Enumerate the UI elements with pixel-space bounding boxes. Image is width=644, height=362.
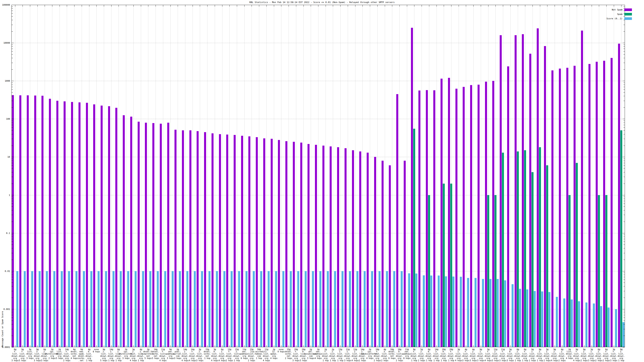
y-minor-tick [12, 168, 13, 169]
score-bar [68, 271, 70, 347]
gridline-vertical [244, 5, 244, 347]
score-bar [526, 289, 528, 347]
x-tick [473, 5, 474, 7]
score-bar [282, 271, 284, 347]
y-minor-tick [12, 237, 13, 237]
not-spam-bar [34, 95, 36, 347]
y-minor-tick [624, 58, 625, 58]
y-minor-tick [12, 277, 13, 277]
x-tick [222, 5, 222, 7]
y-minor-tick [624, 25, 625, 25]
not-spam-bar [190, 130, 192, 347]
gridline-vertical [170, 5, 171, 347]
y-tick-label: 10 [0, 156, 10, 158]
not-spam-bar [167, 123, 169, 347]
x-tick [340, 345, 340, 347]
gridline-vertical [200, 5, 200, 347]
score-bar [600, 306, 602, 347]
score-bar [231, 271, 233, 347]
x-tick [111, 5, 112, 7]
y-minor-tick [624, 69, 625, 70]
x-tick [400, 345, 400, 347]
score-bar [593, 304, 595, 347]
x-tick [259, 5, 259, 7]
x-tick [525, 5, 525, 7]
y-minor-tick [624, 283, 625, 283]
x-tick [22, 345, 23, 347]
x-tick [318, 345, 318, 347]
gridline-vertical [348, 5, 348, 347]
y-minor-tick [624, 235, 625, 235]
spam-bar [502, 153, 504, 347]
x-tick [326, 5, 326, 7]
x-tick [355, 345, 356, 347]
y-minor-tick [624, 101, 625, 101]
not-spam-bar [552, 70, 554, 347]
x-tick [333, 345, 333, 347]
y-minor-tick [624, 165, 625, 166]
x-tick [577, 345, 577, 347]
y-major-tick [623, 233, 625, 233]
x-tick [38, 345, 38, 347]
not-spam-bar [27, 95, 29, 347]
y-tick-label: 1000 [0, 80, 10, 82]
y-minor-tick [624, 168, 625, 169]
not-spam-bar [271, 139, 273, 347]
x-tick [488, 5, 488, 7]
y-minor-tick [624, 96, 625, 96]
x-tick [503, 5, 503, 7]
x-tick [288, 5, 289, 7]
x-tick [362, 5, 363, 7]
spam-bar [494, 195, 496, 347]
x-tick [148, 5, 148, 7]
not-spam-bar [618, 44, 620, 347]
y-minor-tick [624, 222, 625, 222]
x-tick [215, 5, 215, 7]
gridline-vertical [304, 5, 304, 347]
y-minor-tick [12, 235, 13, 235]
not-spam-bar [322, 146, 324, 347]
gridline-vertical [22, 5, 23, 347]
score-bar [142, 271, 144, 347]
y-minor-tick [624, 206, 625, 207]
score-bar [305, 271, 307, 347]
score-bar [297, 271, 299, 347]
gridline-vertical [52, 5, 52, 347]
x-tick [15, 345, 15, 347]
score-bar [268, 271, 270, 347]
gridline-vertical [407, 5, 407, 347]
x-tick [244, 345, 244, 347]
x-tick [385, 345, 385, 347]
score-bar [120, 271, 122, 347]
gridline-vertical [436, 5, 437, 347]
x-tick [496, 345, 496, 347]
not-spam-bar [396, 94, 398, 347]
y-major-tick [12, 233, 14, 233]
y-major-tick [623, 119, 625, 119]
gridline-vertical [104, 5, 104, 347]
not-spam-bar [374, 157, 376, 347]
x-tick [148, 345, 148, 347]
y-minor-tick [624, 125, 625, 125]
score-bar [53, 271, 55, 347]
y-minor-tick [624, 237, 625, 237]
score-bar [445, 276, 447, 347]
x-tick [60, 345, 60, 347]
y-minor-tick [12, 172, 13, 172]
x-tick [362, 345, 363, 347]
y-minor-tick [12, 83, 13, 83]
y-minor-tick [624, 121, 625, 121]
spam-bar [568, 195, 570, 347]
x-tick [355, 5, 356, 7]
y-minor-tick [624, 291, 625, 291]
score-bar [408, 273, 410, 347]
x-tick [348, 345, 348, 347]
spam-bar [428, 195, 430, 347]
x-tick [192, 345, 193, 347]
x-tick [15, 5, 15, 7]
x-tick [230, 5, 230, 7]
gridline-vertical [74, 5, 74, 347]
y-minor-tick [12, 242, 13, 242]
y-minor-tick [624, 87, 625, 87]
not-spam-bar [367, 153, 369, 347]
